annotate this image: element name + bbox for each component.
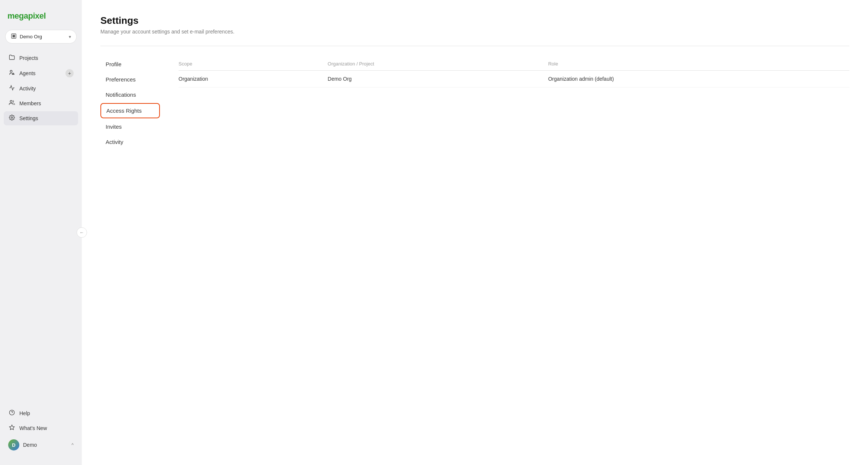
add-agent-button[interactable]: + xyxy=(65,69,74,77)
activity-icon xyxy=(8,85,16,92)
sidebar-bottom: Help What's New D Demo ^ xyxy=(0,406,82,458)
sidebar: megapixel Demo Org ▾ Projects xyxy=(0,0,82,465)
settings-nav-activity[interactable]: Activity xyxy=(100,135,160,149)
sidebar-item-activity-label: Activity xyxy=(19,86,74,92)
settings-nav-preferences[interactable]: Preferences xyxy=(100,73,160,86)
page-subtitle: Manage your account settings and set e-m… xyxy=(100,29,849,35)
col-role: Role xyxy=(548,57,849,71)
sidebar-item-projects-label: Projects xyxy=(19,55,74,61)
sparkles-icon xyxy=(8,424,16,432)
sidebar-item-help[interactable]: Help xyxy=(4,406,78,420)
agents-icon xyxy=(8,70,16,77)
svg-point-7 xyxy=(10,100,12,102)
sidebar-item-members-label: Members xyxy=(19,100,74,106)
access-rights-table: Scope Organization / Project Role Organi… xyxy=(179,57,849,87)
help-icon xyxy=(8,410,16,417)
cell-role: Organization admin (default) xyxy=(548,71,849,87)
avatar: D xyxy=(8,439,19,450)
col-scope: Scope xyxy=(179,57,328,71)
sidebar-item-agents-label: Agents xyxy=(19,70,62,76)
col-org-project: Organization / Project xyxy=(328,57,548,71)
cell-scope: Organization xyxy=(179,71,328,87)
sidebar-item-whats-new[interactable]: What's New xyxy=(4,421,78,435)
svg-rect-2 xyxy=(14,35,15,36)
org-name: Demo Org xyxy=(20,34,66,39)
sidebar-item-settings[interactable]: Settings xyxy=(4,111,78,125)
settings-nav-access-rights[interactable]: Access Rights xyxy=(100,103,160,118)
arrow-left-icon: ← xyxy=(80,230,84,235)
org-selector[interactable]: Demo Org ▾ xyxy=(5,30,77,44)
sidebar-item-whats-new-label: What's New xyxy=(19,425,74,431)
main-nav: Projects Agents + Activity xyxy=(0,51,82,406)
settings-layout: Profile Preferences Notifications Access… xyxy=(100,57,849,149)
svg-rect-3 xyxy=(13,36,13,37)
svg-point-5 xyxy=(10,70,12,72)
sidebar-item-help-label: Help xyxy=(19,410,74,416)
svg-point-8 xyxy=(11,117,13,118)
user-chevron-icon: ^ xyxy=(71,442,74,448)
sidebar-item-members[interactable]: Members xyxy=(4,96,78,110)
svg-rect-4 xyxy=(14,36,15,37)
settings-nav-invites[interactable]: Invites xyxy=(100,120,160,134)
settings-icon xyxy=(8,115,16,122)
settings-nav: Profile Preferences Notifications Access… xyxy=(100,57,160,149)
page-title: Settings xyxy=(100,15,849,26)
sidebar-item-activity[interactable]: Activity xyxy=(4,81,78,96)
main-content: Settings Manage your account settings an… xyxy=(82,0,868,465)
folder-icon xyxy=(8,54,16,62)
settings-nav-profile[interactable]: Profile xyxy=(100,57,160,71)
sidebar-toggle-button[interactable]: ← xyxy=(77,227,87,238)
logo: megapixel xyxy=(0,7,82,30)
settings-content: Scope Organization / Project Role Organi… xyxy=(179,57,849,149)
user-name: Demo xyxy=(23,442,68,448)
cell-org_project: Demo Org xyxy=(328,71,548,87)
members-icon xyxy=(8,100,16,107)
table-row: OrganizationDemo OrgOrganization admin (… xyxy=(179,71,849,87)
settings-divider xyxy=(100,46,849,46)
settings-nav-notifications[interactable]: Notifications xyxy=(100,88,160,102)
sidebar-item-settings-label: Settings xyxy=(19,115,74,121)
sidebar-item-projects[interactable]: Projects xyxy=(4,51,78,65)
building-icon xyxy=(11,33,17,40)
logo-text: megapixel xyxy=(7,11,46,20)
svg-rect-1 xyxy=(13,35,13,36)
sidebar-item-agents[interactable]: Agents + xyxy=(4,66,78,81)
user-menu[interactable]: D Demo ^ xyxy=(4,436,78,454)
chevron-down-icon: ▾ xyxy=(69,34,71,39)
svg-marker-11 xyxy=(9,425,14,430)
